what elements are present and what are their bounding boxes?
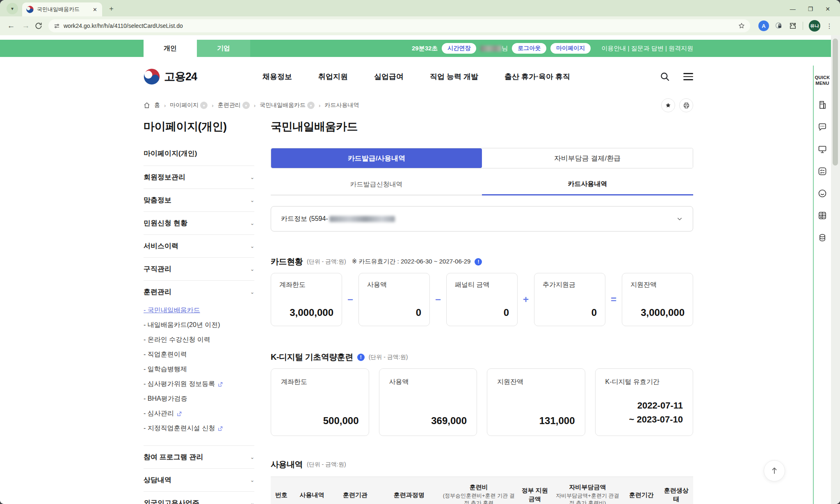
submenu-item-vocational-history[interactable]: - 직업훈련이력 [144, 350, 254, 359]
nav-item-jobs[interactable]: 채용정보 [262, 72, 292, 82]
tab-card-issue-usage[interactable]: 카드발급/사용내역 [271, 148, 482, 168]
sidebar: 마이페이지(개인) 마이페이지(개인) 회원정보관리⌄ 맞춤정보⌄ 민원신청 현… [144, 119, 254, 504]
nav-item-unemployment-benefit[interactable]: 실업급여 [374, 72, 404, 82]
col-course-name: 훈련과정명 [379, 490, 440, 499]
checklist-icon[interactable] [817, 166, 828, 177]
nav-item-maternity-leave[interactable]: 출산 휴가·육아 휴직 [504, 72, 570, 82]
logo-taegeuk-icon [144, 68, 160, 85]
privacy-lock-icon[interactable] [775, 22, 783, 30]
scrollbar-thumb[interactable] [833, 39, 838, 166]
sidebar-section-foreign-employer[interactable]: 외국인고용사업주⌄ [144, 492, 254, 504]
profile-avatar[interactable]: 유나 [809, 20, 820, 32]
utility-links[interactable]: 이용안내 | 질문과 답변 | 원격지원 [601, 45, 693, 52]
scroll-to-top-button[interactable] [764, 460, 785, 481]
chat-icon[interactable] [817, 122, 828, 132]
card-info-select[interactable]: 카드정보 (5594- [271, 206, 693, 232]
window-maximize-button[interactable]: ❐ [808, 6, 813, 12]
sidebar-section-custom-info[interactable]: 맞춤정보⌄ [144, 189, 254, 212]
breadcrumb-training[interactable]: 훈련관리▾ [218, 102, 250, 109]
home-icon[interactable] [144, 102, 150, 109]
external-link-icon [217, 381, 223, 387]
coins-icon[interactable] [817, 232, 828, 243]
session-timer: 29분32초 [412, 45, 438, 52]
breadcrumb-dropdown-icon[interactable]: ▾ [200, 102, 208, 109]
breadcrumb-dropdown-icon[interactable]: ▾ [307, 102, 315, 109]
sub-tabs: 카드발급신청내역 카드사용내역 [271, 174, 693, 195]
translate-icon[interactable]: A [758, 20, 769, 31]
submenu-item-bha-verification[interactable]: - BHA평가검증 [144, 395, 254, 403]
sidebar-section-programs[interactable]: 참여 프로그램 관리⌄ [144, 446, 254, 469]
menu-hamburger-icon[interactable] [683, 73, 693, 80]
box-remaining-support: 지원잔액 3,000,000 [622, 273, 693, 326]
submenu-item-facility-application[interactable]: - 지정직업훈련시설 신청 [144, 424, 254, 433]
print-button[interactable] [679, 98, 693, 112]
tab-self-payment[interactable]: 자비부담금 결제/환급 [482, 148, 693, 168]
page-title: 국민내일배움카드 [271, 119, 693, 134]
subtab-card-issue-history[interactable]: 카드발급신청내역 [271, 174, 482, 195]
nav-item-employment-support[interactable]: 취업지원 [318, 72, 348, 82]
chevron-down-icon: ⌄ [250, 289, 254, 295]
audience-tab-personal[interactable]: 개인 [144, 40, 197, 57]
favorite-button[interactable] [661, 98, 675, 112]
info-icon[interactable]: ! [357, 354, 365, 361]
breadcrumb-dropdown-icon[interactable]: ▾ [242, 102, 250, 109]
reload-button[interactable] [34, 22, 43, 30]
favicon-taegeuk-icon [26, 6, 34, 13]
chevron-down-icon: ⌄ [250, 198, 254, 203]
mypage-button[interactable]: 마이페이지 [550, 43, 591, 54]
chevron-down-icon: ⌄ [250, 266, 254, 272]
sidebar-section-member-info[interactable]: 회원정보관리⌄ [144, 166, 254, 189]
breadcrumb-home[interactable]: 홈 [154, 102, 160, 109]
subtab-card-usage-history[interactable]: 카드사용내역 [482, 174, 693, 195]
breadcrumb-separator: › [319, 102, 320, 109]
window-close-button[interactable]: ✕ [825, 6, 830, 12]
forward-button[interactable]: → [20, 21, 32, 30]
site-settings-icon[interactable] [53, 23, 60, 30]
tab-close-icon[interactable]: ✕ [92, 7, 98, 13]
site-logo[interactable]: 고용24 [144, 68, 197, 85]
usage-heading-row: 사용내역 (단위 - 금액:원) [271, 459, 693, 470]
sidebar-section-service-history[interactable]: 서비스이력⌄ [144, 235, 254, 258]
audience-tab-business[interactable]: 기업 [197, 40, 250, 57]
browser-tab[interactable]: 국민내일배움카드 ✕ [22, 2, 102, 16]
url-text: work24.go.kr/hr/h/a/4110/selectCardUseLi… [64, 23, 735, 29]
nav-item-skills-development[interactable]: 직업 능력 개발 [430, 72, 478, 82]
logo-text: 고용24 [164, 69, 197, 84]
sidebar-section-training[interactable]: 훈련관리⌄ [144, 281, 254, 299]
back-button[interactable]: ← [5, 21, 17, 30]
box-used-amount: 사용액 0 [358, 273, 430, 326]
kdigital-validity-dates: 2022-07-11 ~ 2023-07-10 [629, 399, 683, 427]
logout-button[interactable]: 로그아웃 [512, 43, 546, 54]
submenu-item-tomorrow-card[interactable]: - 국민내일배움카드 [144, 306, 254, 315]
page-scrollbar[interactable] [831, 35, 840, 504]
sidebar-item-mypage[interactable]: 마이페이지(개인) [144, 149, 254, 166]
new-tab-button[interactable]: ＋ [108, 4, 115, 13]
sidebar-title: 마이페이지(개인) [144, 119, 254, 134]
tab-search-chevron-icon[interactable]: ▾ [7, 3, 18, 14]
extensions-puzzle-icon[interactable] [789, 22, 797, 30]
col-self-payment: 자비부담금액자비부담금액+훈련기 관결정 추가 훈련비) [552, 483, 623, 504]
breadcrumb-card[interactable]: 국민내일배움카드▾ [260, 102, 315, 109]
sidebar-section-civil-requests[interactable]: 민원신청 현황⌄ [144, 212, 254, 235]
sidebar-section-job-seeking[interactable]: 구직관리⌄ [144, 258, 254, 281]
smiley-icon[interactable] [817, 188, 828, 199]
extend-session-button[interactable]: 시간연장 [442, 43, 476, 54]
col-number: 번호 [271, 490, 292, 499]
submenu-item-old-card[interactable]: - 내일배움카드(20년 이전) [144, 321, 254, 329]
building-icon[interactable] [817, 100, 828, 110]
breadcrumb-mypage[interactable]: 마이페이지▾ [170, 102, 208, 109]
search-icon[interactable] [660, 71, 670, 82]
submenu-item-online-enrollment[interactable]: - 온라인 수강신청 이력 [144, 336, 254, 344]
sidebar-section-consultations[interactable]: 상담내역⌄ [144, 469, 254, 492]
submenu-item-work-learning[interactable]: - 일학습병행제 [144, 365, 254, 374]
bookmark-star-icon[interactable] [738, 22, 745, 30]
kbox-remaining-support: 지원잔액 131,000 [487, 368, 585, 436]
info-icon[interactable]: ! [475, 258, 482, 266]
submenu-item-evaluator-registration[interactable]: - 심사평가위원 정보등록 [144, 380, 254, 388]
calculator-icon[interactable] [817, 210, 828, 221]
browser-menu-icon[interactable]: ⋮ [826, 22, 833, 30]
submenu-item-review-management[interactable]: - 심사관리 [144, 409, 254, 418]
url-bar[interactable]: work24.go.kr/hr/h/a/4110/selectCardUseLi… [48, 19, 750, 32]
window-minimize-button[interactable]: — [790, 6, 796, 12]
monitor-icon[interactable] [817, 144, 828, 154]
